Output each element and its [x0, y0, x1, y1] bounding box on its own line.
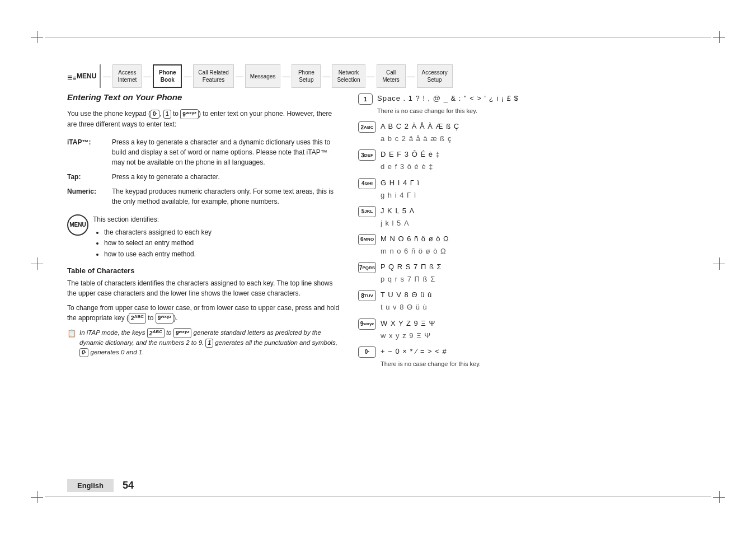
- crosshair-top-right: [713, 31, 725, 43]
- char-upper-1: Space . 1 ? ! , @ _ & : " < > ' ¿ i ¡ £ …: [377, 92, 689, 105]
- tab-messages[interactable]: Messages: [245, 64, 281, 88]
- char-lines-5: J K L 5 Λ j k l 5 Λ: [381, 205, 689, 229]
- char-lower-5: j k l 5 Λ: [381, 217, 689, 229]
- key-2abc-inline: 2ABC: [129, 313, 146, 323]
- menu-button-icon: MENU: [67, 214, 88, 236]
- key-badge-6: 6MNO: [358, 234, 376, 245]
- term-tap-label: Tap:: [67, 172, 112, 182]
- term-numeric-desc: The keypad produces numeric characters o…: [112, 186, 341, 207]
- key-1-inline: 1: [163, 110, 171, 119]
- char-row-0: 0· + − 0 × * ∕ = > < # There is no case …: [358, 345, 689, 370]
- char-upper-3: D E F 3 Ô É è ‡: [381, 148, 689, 161]
- nav-arrow-1: —: [102, 64, 112, 88]
- note-key-2abc: 2ABC: [147, 328, 165, 338]
- term-itap-label: iTAP™:: [67, 137, 112, 167]
- nav-arrow-6: —: [321, 64, 331, 88]
- char-row-6: 6MNO M N O 6 ñ ö ø ò Ω m n o 6 ñ ö ø ò Ω: [358, 233, 689, 257]
- note-key-0: 0·: [79, 348, 88, 357]
- note-key-1: 1: [205, 339, 213, 348]
- key-9-inline: 9wxyz: [180, 109, 199, 119]
- crosshair-mid-left: [31, 257, 43, 270]
- char-row-3: 3DEF D E F 3 Ô É è ‡ d e f 3 ô é è ‡: [358, 148, 689, 173]
- term-itap: iTAP™: Press a key to generate a charact…: [67, 137, 341, 167]
- tab-accessory-setup[interactable]: AccessorySetup: [417, 64, 453, 88]
- char-row-4: 4GHI G H I 4 Γ ì g h i 4 Γ ì: [358, 177, 689, 202]
- char-lower-4: g h i 4 Γ ì: [381, 189, 689, 202]
- term-numeric: Numeric: The keypad produces numeric cha…: [67, 186, 341, 207]
- bottom-rule: [45, 496, 711, 497]
- char-lower-7: p q r s 7 Π ß Σ: [381, 273, 689, 285]
- crosshair-mid-right: [713, 257, 725, 270]
- key-badge-1: 1: [358, 93, 373, 105]
- nav-arrow-8: —: [406, 64, 416, 88]
- left-column: Entering Text on Your Phone You use the …: [67, 92, 341, 467]
- crosshair-bottom-left: [31, 491, 43, 503]
- tab-access-internet[interactable]: AccessInternet: [112, 64, 142, 88]
- char-upper-4: G H I 4 Γ ì: [381, 177, 689, 189]
- menu-label: ≡ MENU: [67, 64, 101, 88]
- menu-icon: ≡: [67, 73, 75, 79]
- char-lower-2: a b c 2 ä å à æ ß ç: [381, 133, 689, 145]
- char-lines-7: P Q R S 7 Π ß Σ p q r s 7 Π ß Σ: [381, 261, 689, 285]
- char-upper-7: P Q R S 7 Π ß Σ: [381, 261, 689, 273]
- key-badge-8: 8TUV: [358, 290, 376, 301]
- table-of-chars-title: Table of Characters: [67, 266, 341, 275]
- table-of-chars-text-2: To change from upper case to lower case,…: [67, 303, 341, 324]
- key-badge-9: 9wxyz: [358, 318, 376, 330]
- term-itap-desc: Press a key to generate a character and …: [112, 137, 341, 167]
- char-upper-5: J K L 5 Λ: [381, 205, 689, 217]
- right-column: 1 Space . 1 ? ! , @ _ & : " < > ' ¿ i ¡ …: [358, 92, 689, 467]
- identifies-text: This section identifies: the characters …: [93, 214, 341, 260]
- top-rule: [45, 37, 711, 38]
- tab-network-selection[interactable]: NetworkSelection: [332, 64, 365, 88]
- identifies-intro: This section identifies:: [93, 216, 159, 223]
- identifies-item-3: how to use each entry method.: [104, 249, 341, 260]
- key-badge-5: 5JKL: [358, 206, 376, 217]
- note-icon: 📋: [67, 328, 76, 339]
- tab-phone-book[interactable]: PhoneBook: [153, 64, 182, 88]
- char-row-1: 1 Space . 1 ? ! , @ _ & : " < > ' ¿ i ¡ …: [358, 92, 689, 117]
- navigation-bar: ≡ MENU — AccessInternet — PhoneBook — Ca…: [67, 64, 689, 88]
- term-table: iTAP™: Press a key to generate a charact…: [67, 137, 341, 207]
- main-content: Entering Text on Your Phone You use the …: [67, 92, 689, 467]
- identifies-item-1: the characters assigned to each key: [104, 227, 341, 238]
- char-lines-9: W X Y Z 9 Ξ Ψ w x y z 9 Ξ Ψ: [381, 317, 689, 342]
- key-badge-3: 3DEF: [358, 149, 376, 161]
- tab-phone-setup[interactable]: PhoneSetup: [292, 64, 321, 88]
- char-lines-8: T U V 8 Θ ü ù t u v 8 Θ ü ù: [381, 289, 689, 313]
- identifies-section: MENU This section identifies: the charac…: [67, 214, 341, 260]
- term-numeric-label: Numeric:: [67, 186, 112, 207]
- char-lower-9: w x y z 9 Ξ Ψ: [381, 330, 689, 342]
- tab-call-meters[interactable]: CallMeters: [377, 64, 406, 88]
- char-upper-9: W X Y Z 9 Ξ Ψ: [381, 317, 689, 330]
- char-lines-3: D E F 3 Ô É è ‡ d e f 3 ô é è ‡: [381, 148, 689, 173]
- char-row-7: 7PQRS P Q R S 7 Π ß Σ p q r s 7 Π ß Σ: [358, 261, 689, 285]
- key-badge-0: 0·: [358, 346, 376, 358]
- char-lower-6: m n o 6 ñ ö ø ò Ω: [381, 245, 689, 257]
- tab-call-related[interactable]: Call RelatedFeatures: [193, 64, 233, 88]
- char-lines-6: M N O 6 ñ ö ø ò Ω m n o 6 ñ ö ø ò Ω: [381, 233, 689, 257]
- note-text: In iTAP mode, the keys 2ABC to 9wxyz gen…: [79, 328, 341, 358]
- intro-text: You use the phone keypad (0·, 1 to 9wxyz…: [67, 109, 341, 129]
- char-lower-8: t u v 8 Θ ü ù: [381, 301, 689, 313]
- char-upper-0: + − 0 × * ∕ = > < #: [381, 345, 689, 358]
- term-tap: Tap: Press a key to generate a character…: [67, 172, 341, 182]
- char-lines-1: Space . 1 ? ! , @ _ & : " < > ' ¿ i ¡ £ …: [377, 92, 689, 117]
- char-upper-6: M N O 6 ñ ö ø ò Ω: [381, 233, 689, 245]
- identifies-list: the characters assigned to each key how …: [104, 227, 341, 260]
- note-box: 📋 In iTAP mode, the keys 2ABC to 9wxyz g…: [67, 328, 341, 358]
- char-lines-4: G H I 4 Γ ì g h i 4 Γ ì: [381, 177, 689, 202]
- footer-language: English: [67, 479, 114, 492]
- key-badge-2: 2ABC: [358, 121, 376, 133]
- char-note-1: There is no case change for this key.: [377, 107, 477, 114]
- crosshair-bottom-right: [713, 491, 725, 503]
- identifies-item-2: how to select an entry method: [104, 238, 341, 249]
- table-of-chars-text-1: The table of characters identifies the c…: [67, 278, 341, 298]
- note-key-9wxyz: 9wxyz: [173, 328, 192, 338]
- nav-arrow-5: —: [281, 64, 291, 88]
- char-lower-3: d e f 3 ô é è ‡: [381, 161, 689, 173]
- key-badge-4: 4GHI: [358, 178, 376, 189]
- crosshair-top-left: [31, 31, 43, 43]
- char-upper-2: A B C 2 Ä Å À Æ ß Ç: [381, 120, 689, 133]
- nav-arrow-4: —: [234, 64, 245, 88]
